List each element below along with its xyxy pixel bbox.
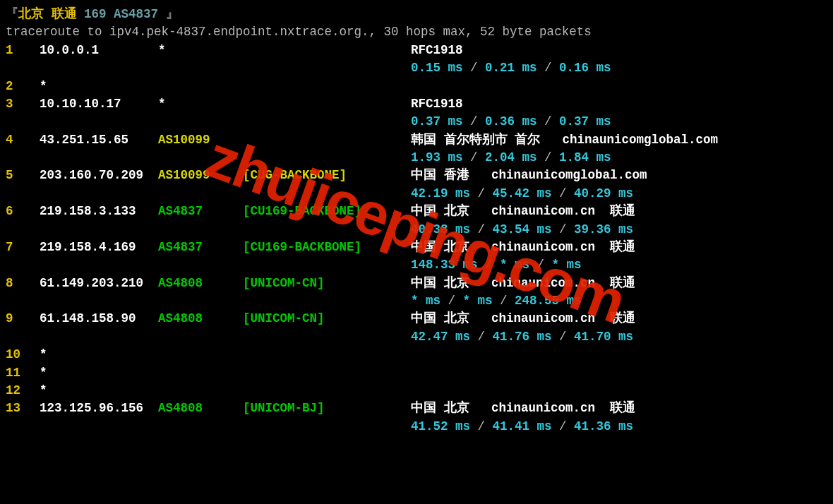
hop-timings: 0.37 ms / 0.36 ms / 0.37 ms (6, 113, 827, 131)
hop-number: 8 (6, 275, 40, 292)
hop-tag: [UNICOM-BJ] (243, 400, 411, 417)
hop-asn: * (158, 95, 243, 113)
hop-info: 中国 北京 chinaunicom.cn 联通 (411, 310, 827, 328)
traceroute-command: traceroute to ipv4.pek-4837.endpoint.nxt… (6, 23, 827, 41)
hop-info (411, 364, 827, 382)
hop-row: 443.251.15.65AS10099韩国 首尔特别市 首尔 chinauni… (6, 131, 827, 149)
hop-info: 中国 香港 chinaunicomglobal.com (411, 167, 827, 184)
hop-row: 12* (6, 382, 827, 400)
hop-row: 961.148.158.90AS4808[UNICOM-CN]中国 北京 chi… (6, 310, 827, 328)
hop-asn: AS10099 (158, 131, 243, 149)
hop-tag (243, 78, 411, 95)
hop-tag: [CUG-BACKBONE] (243, 167, 411, 184)
hop-latency: 42.19 ms / 45.42 ms / 40.29 ms (411, 185, 827, 203)
hop-tag: [UNICOM-CN] (243, 275, 411, 292)
hop-number: 12 (6, 382, 40, 400)
hop-latency: * ms / * ms / 248.55 ms (411, 292, 827, 310)
hop-info: 中国 北京 chinaunicom.cn 联通 (411, 400, 827, 417)
hop-ip: 219.158.3.133 (40, 203, 158, 220)
hop-tag: [UNICOM-CN] (243, 310, 411, 328)
hop-tag (243, 364, 411, 382)
hop-latency: 41.52 ms / 41.41 ms / 41.36 ms (411, 418, 827, 436)
hop-row: 11* (6, 364, 827, 382)
hop-number: 2 (6, 78, 40, 95)
hop-tag (243, 382, 411, 400)
hop-asn: * (158, 42, 243, 59)
hop-info: 韩国 首尔特别市 首尔 chinaunicomglobal.com (411, 131, 827, 149)
hop-number: 13 (6, 400, 40, 417)
hop-row: 13123.125.96.156AS4808[UNICOM-BJ]中国 北京 c… (6, 400, 827, 417)
hop-ip: 43.251.15.65 (40, 131, 158, 149)
hop-info (411, 382, 827, 400)
hop-number: 6 (6, 203, 40, 220)
hop-asn: AS4837 (158, 239, 243, 256)
hop-info: 中国 北京 chinaunicom.cn 联通 (411, 275, 827, 292)
hop-number: 5 (6, 167, 40, 184)
hop-info: RFC1918 (411, 42, 827, 59)
hop-ip: 61.149.203.210 (40, 275, 158, 292)
hop-asn: AS4808 (158, 400, 243, 417)
hop-ip: * (40, 78, 158, 95)
hop-row: 5203.160.70.209AS10099[CUG-BACKBONE]中国 香… (6, 167, 827, 184)
hop-timings: 42.19 ms / 45.42 ms / 40.29 ms (6, 185, 827, 203)
hop-asn (158, 364, 243, 382)
hop-tag (243, 95, 411, 113)
hop-timings: 42.47 ms / 41.76 ms / 41.70 ms (6, 328, 827, 346)
hop-info (411, 346, 827, 364)
hop-info: 中国 北京 chinaunicom.cn 联通 (411, 203, 827, 220)
route-header: 『北京 联通 169 AS4837 』 (6, 6, 827, 23)
hop-row: 7219.158.4.169AS4837[CU169-BACKBONE]中国 北… (6, 239, 827, 256)
hop-tag (243, 131, 411, 149)
hop-info: RFC1918 (411, 95, 827, 113)
hop-timings: 0.15 ms / 0.21 ms / 0.16 ms (6, 59, 827, 77)
hop-timings: 41.52 ms / 41.41 ms / 41.36 ms (6, 418, 827, 436)
hop-latency: 148.33 ms / * ms / * ms (411, 256, 827, 274)
hop-asn: AS4808 (158, 310, 243, 328)
hop-info (411, 78, 827, 95)
hop-asn: AS4808 (158, 275, 243, 292)
hop-ip: 123.125.96.156 (40, 400, 158, 417)
hop-ip: 10.10.10.17 (40, 95, 158, 113)
hop-timings: * ms / * ms / 248.55 ms (6, 292, 827, 310)
hop-tag: [CU169-BACKBONE] (243, 239, 411, 256)
hop-timings: 40.38 ms / 43.54 ms / 39.36 ms (6, 221, 827, 239)
hop-ip: * (40, 382, 158, 400)
hop-latency: 0.15 ms / 0.21 ms / 0.16 ms (411, 59, 827, 77)
hop-latency: 0.37 ms / 0.36 ms / 0.37 ms (411, 113, 827, 131)
hop-number: 7 (6, 239, 40, 256)
hop-ip: 61.148.158.90 (40, 310, 158, 328)
hop-ip: 10.0.0.1 (40, 42, 158, 59)
hop-latency: 42.47 ms / 41.76 ms / 41.70 ms (411, 328, 827, 346)
hop-number: 11 (6, 364, 40, 382)
hop-row: 110.0.0.1*RFC1918 (6, 42, 827, 59)
hop-timings: 1.93 ms / 2.04 ms / 1.84 ms (6, 149, 827, 167)
hop-row: 2* (6, 78, 827, 95)
hop-info: 中国 北京 chinaunicom.cn 联通 (411, 239, 827, 256)
hop-number: 9 (6, 310, 40, 328)
hop-tag (243, 42, 411, 59)
hop-ip: * (40, 364, 158, 382)
hop-number: 1 (6, 42, 40, 59)
hop-row: 6219.158.3.133AS4837[CU169-BACKBONE]中国 北… (6, 203, 827, 220)
hop-ip: * (40, 346, 158, 364)
hop-asn (158, 382, 243, 400)
hop-latency: 1.93 ms / 2.04 ms / 1.84 ms (411, 149, 827, 167)
hop-ip: 203.160.70.209 (40, 167, 158, 184)
hop-number: 4 (6, 131, 40, 149)
hop-number: 10 (6, 346, 40, 364)
hop-timings: 148.33 ms / * ms / * ms (6, 256, 827, 274)
hop-ip: 219.158.4.169 (40, 239, 158, 256)
hop-row: 310.10.10.17*RFC1918 (6, 95, 827, 113)
hop-latency: 40.38 ms / 43.54 ms / 39.36 ms (411, 221, 827, 239)
hop-asn (158, 346, 243, 364)
hop-asn: AS4837 (158, 203, 243, 220)
hop-asn: AS10099 (158, 167, 243, 184)
hop-asn (158, 78, 243, 95)
hop-list: 110.0.0.1*RFC19180.15 ms / 0.21 ms / 0.1… (6, 42, 827, 436)
hop-tag: [CU169-BACKBONE] (243, 203, 411, 220)
hop-number: 3 (6, 95, 40, 113)
hop-row: 10* (6, 346, 827, 364)
hop-tag (243, 346, 411, 364)
hop-row: 861.149.203.210AS4808[UNICOM-CN]中国 北京 ch… (6, 275, 827, 292)
